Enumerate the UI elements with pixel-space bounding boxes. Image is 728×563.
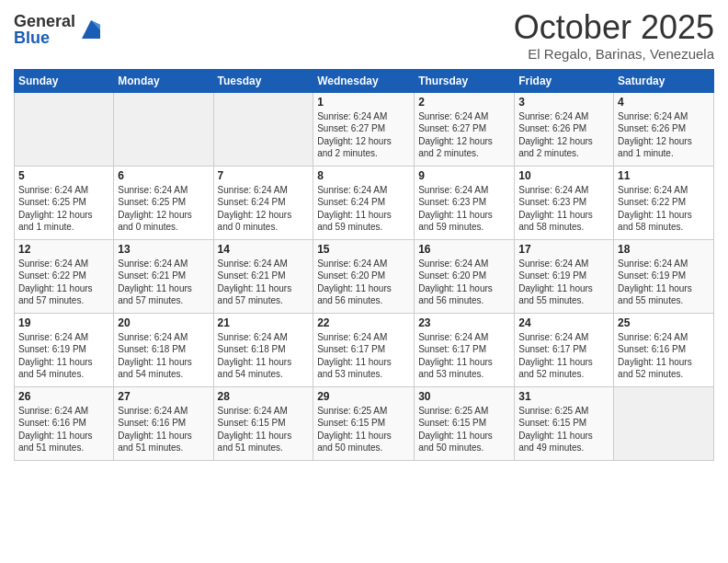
day-header-row: Sunday Monday Tuesday Wednesday Thursday…	[15, 69, 714, 92]
day-number: 28	[218, 390, 310, 403]
calendar-cell: 2Sunrise: 6:24 AM Sunset: 6:27 PM Daylig…	[415, 92, 515, 166]
day-info: Sunrise: 6:24 AM Sunset: 6:17 PM Dayligh…	[317, 331, 410, 381]
calendar-cell: 20Sunrise: 6:24 AM Sunset: 6:18 PM Dayli…	[114, 313, 213, 386]
svg-marker-0	[82, 20, 100, 39]
logo-icon	[77, 16, 105, 43]
month-title: October 2025	[514, 9, 714, 46]
day-info: Sunrise: 6:24 AM Sunset: 6:24 PM Dayligh…	[218, 184, 310, 234]
day-number: 16	[418, 243, 510, 256]
day-number: 9	[418, 169, 510, 182]
day-info: Sunrise: 6:24 AM Sunset: 6:23 PM Dayligh…	[518, 184, 609, 234]
day-number: 26	[18, 390, 109, 403]
day-number: 20	[118, 316, 209, 329]
logo-general-text: General	[14, 13, 75, 29]
header-friday: Friday	[515, 69, 614, 92]
calendar-cell: 7Sunrise: 6:24 AM Sunset: 6:24 PM Daylig…	[213, 166, 313, 239]
day-info: Sunrise: 6:24 AM Sunset: 6:17 PM Dayligh…	[418, 331, 510, 381]
calendar-cell: 8Sunrise: 6:24 AM Sunset: 6:24 PM Daylig…	[313, 166, 415, 239]
day-number: 22	[317, 316, 410, 329]
day-number: 15	[317, 243, 410, 256]
day-info: Sunrise: 6:24 AM Sunset: 6:24 PM Dayligh…	[317, 184, 410, 234]
calendar-cell: 30Sunrise: 6:25 AM Sunset: 6:15 PM Dayli…	[415, 386, 515, 460]
calendar-cell: 1Sunrise: 6:24 AM Sunset: 6:27 PM Daylig…	[313, 92, 415, 166]
day-info: Sunrise: 6:24 AM Sunset: 6:19 PM Dayligh…	[18, 331, 109, 381]
calendar-cell: 13Sunrise: 6:24 AM Sunset: 6:21 PM Dayli…	[114, 239, 213, 313]
calendar-week-3: 19Sunrise: 6:24 AM Sunset: 6:19 PM Dayli…	[15, 313, 714, 386]
day-info: Sunrise: 6:24 AM Sunset: 6:16 PM Dayligh…	[618, 331, 710, 381]
calendar-cell: 10Sunrise: 6:24 AM Sunset: 6:23 PM Dayli…	[515, 166, 614, 239]
logo-blue-text: Blue	[14, 29, 75, 46]
day-info: Sunrise: 6:25 AM Sunset: 6:15 PM Dayligh…	[518, 405, 609, 454]
calendar-cell: 5Sunrise: 6:24 AM Sunset: 6:25 PM Daylig…	[15, 166, 114, 239]
calendar-header: Sunday Monday Tuesday Wednesday Thursday…	[15, 69, 714, 92]
day-info: Sunrise: 6:24 AM Sunset: 6:27 PM Dayligh…	[317, 110, 410, 160]
calendar-cell: 18Sunrise: 6:24 AM Sunset: 6:19 PM Dayli…	[614, 239, 714, 313]
day-number: 31	[518, 390, 609, 403]
calendar-cell	[114, 92, 213, 166]
calendar-cell: 29Sunrise: 6:25 AM Sunset: 6:15 PM Dayli…	[313, 386, 415, 460]
day-info: Sunrise: 6:24 AM Sunset: 6:16 PM Dayligh…	[118, 405, 209, 454]
day-number: 19	[18, 316, 109, 329]
day-number: 1	[317, 96, 410, 109]
calendar-cell: 22Sunrise: 6:24 AM Sunset: 6:17 PM Dayli…	[313, 313, 415, 386]
day-info: Sunrise: 6:24 AM Sunset: 6:25 PM Dayligh…	[18, 184, 109, 234]
day-info: Sunrise: 6:24 AM Sunset: 6:22 PM Dayligh…	[618, 184, 710, 234]
calendar-cell: 11Sunrise: 6:24 AM Sunset: 6:22 PM Dayli…	[614, 166, 714, 239]
day-number: 13	[118, 243, 209, 256]
day-number: 6	[118, 169, 209, 182]
day-number: 11	[618, 169, 710, 182]
day-number: 12	[18, 243, 109, 256]
calendar-week-1: 5Sunrise: 6:24 AM Sunset: 6:25 PM Daylig…	[15, 166, 714, 239]
calendar-cell	[213, 92, 313, 166]
location: El Regalo, Barinas, Venezuela	[514, 46, 714, 62]
day-number: 3	[518, 96, 609, 109]
calendar-cell: 31Sunrise: 6:25 AM Sunset: 6:15 PM Dayli…	[515, 386, 614, 460]
day-info: Sunrise: 6:24 AM Sunset: 6:18 PM Dayligh…	[218, 331, 310, 381]
day-info: Sunrise: 6:24 AM Sunset: 6:22 PM Dayligh…	[18, 258, 109, 307]
day-info: Sunrise: 6:24 AM Sunset: 6:25 PM Dayligh…	[118, 184, 209, 234]
day-number: 25	[618, 316, 710, 329]
calendar-cell: 6Sunrise: 6:24 AM Sunset: 6:25 PM Daylig…	[114, 166, 213, 239]
day-number: 30	[418, 390, 510, 403]
day-number: 4	[618, 96, 710, 109]
calendar-week-4: 26Sunrise: 6:24 AM Sunset: 6:16 PM Dayli…	[15, 386, 714, 460]
calendar-week-0: 1Sunrise: 6:24 AM Sunset: 6:27 PM Daylig…	[15, 92, 714, 166]
day-info: Sunrise: 6:24 AM Sunset: 6:20 PM Dayligh…	[418, 258, 510, 307]
day-number: 2	[418, 96, 510, 109]
day-info: Sunrise: 6:24 AM Sunset: 6:26 PM Dayligh…	[618, 110, 710, 160]
day-info: Sunrise: 6:24 AM Sunset: 6:19 PM Dayligh…	[518, 258, 609, 307]
day-info: Sunrise: 6:25 AM Sunset: 6:15 PM Dayligh…	[317, 405, 410, 454]
header-thursday: Thursday	[415, 69, 515, 92]
calendar-cell: 9Sunrise: 6:24 AM Sunset: 6:23 PM Daylig…	[415, 166, 515, 239]
page-header: General Blue October 2025 El Regalo, Bar…	[14, 9, 714, 62]
day-info: Sunrise: 6:24 AM Sunset: 6:16 PM Dayligh…	[18, 405, 109, 454]
header-sunday: Sunday	[15, 69, 114, 92]
day-info: Sunrise: 6:24 AM Sunset: 6:15 PM Dayligh…	[218, 405, 310, 454]
header-wednesday: Wednesday	[313, 69, 415, 92]
calendar-cell	[15, 92, 114, 166]
day-info: Sunrise: 6:24 AM Sunset: 6:26 PM Dayligh…	[518, 110, 609, 160]
day-number: 27	[118, 390, 209, 403]
day-number: 24	[518, 316, 609, 329]
day-number: 21	[218, 316, 310, 329]
day-number: 5	[18, 169, 109, 182]
day-info: Sunrise: 6:24 AM Sunset: 6:27 PM Dayligh…	[418, 110, 510, 160]
day-info: Sunrise: 6:24 AM Sunset: 6:18 PM Dayligh…	[118, 331, 209, 381]
calendar-cell: 17Sunrise: 6:24 AM Sunset: 6:19 PM Dayli…	[515, 239, 614, 313]
calendar-cell: 28Sunrise: 6:24 AM Sunset: 6:15 PM Dayli…	[213, 386, 313, 460]
header-tuesday: Tuesday	[213, 69, 313, 92]
calendar-cell: 27Sunrise: 6:24 AM Sunset: 6:16 PM Dayli…	[114, 386, 213, 460]
day-info: Sunrise: 6:24 AM Sunset: 6:23 PM Dayligh…	[418, 184, 510, 234]
logo: General Blue	[14, 13, 105, 46]
calendar-cell	[614, 386, 714, 460]
day-info: Sunrise: 6:24 AM Sunset: 6:20 PM Dayligh…	[317, 258, 410, 307]
header-monday: Monday	[114, 69, 213, 92]
calendar-cell: 14Sunrise: 6:24 AM Sunset: 6:21 PM Dayli…	[213, 239, 313, 313]
day-number: 14	[218, 243, 310, 256]
calendar-cell: 3Sunrise: 6:24 AM Sunset: 6:26 PM Daylig…	[515, 92, 614, 166]
header-saturday: Saturday	[614, 69, 714, 92]
calendar-cell: 23Sunrise: 6:24 AM Sunset: 6:17 PM Dayli…	[415, 313, 515, 386]
calendar-cell: 24Sunrise: 6:24 AM Sunset: 6:17 PM Dayli…	[515, 313, 614, 386]
calendar-cell: 26Sunrise: 6:24 AM Sunset: 6:16 PM Dayli…	[15, 386, 114, 460]
calendar-cell: 19Sunrise: 6:24 AM Sunset: 6:19 PM Dayli…	[15, 313, 114, 386]
